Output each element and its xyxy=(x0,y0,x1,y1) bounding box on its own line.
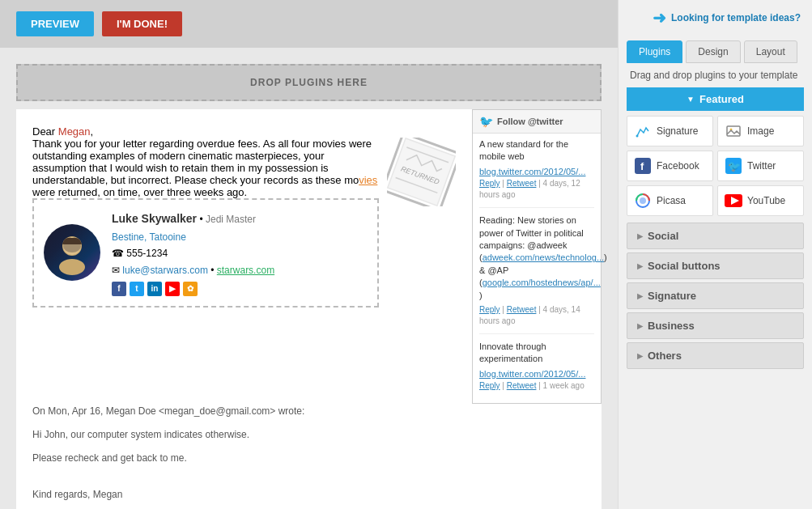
movies-link[interactable]: vies xyxy=(359,174,377,186)
tw-icon[interactable]: t xyxy=(130,282,144,296)
section-social-label: Social xyxy=(648,230,678,242)
twitter-widget-header: 🐦 Follow @twitter xyxy=(473,110,601,134)
facebook-icon: f xyxy=(634,157,652,175)
footer-quote4: Kind regards, Megan xyxy=(32,487,585,503)
section-social-buttons-header[interactable]: ▶ Social buttons xyxy=(627,253,803,278)
tab-plugins[interactable]: Plugins xyxy=(627,40,682,63)
svg-text:f: f xyxy=(640,160,644,172)
plugin-youtube-label: YouTube xyxy=(747,195,785,206)
image-icon xyxy=(725,122,742,140)
svg-text:🐦: 🐦 xyxy=(728,159,742,173)
section-signature-header[interactable]: ▶ Signature xyxy=(627,283,803,308)
tweet-3-link[interactable]: blog.twitter.com/2012/05/... xyxy=(479,369,585,379)
sig-social-icons: f t in ▶ ✿ xyxy=(112,282,274,296)
plugin-picasa[interactable]: Picasa xyxy=(627,185,713,216)
preview-button[interactable]: PREVIEW xyxy=(16,11,94,36)
tweet-3-text: Innovate through experimentation xyxy=(479,341,594,366)
plugins-panel: ▼ Featured Signature xyxy=(619,87,812,380)
sig-website[interactable]: starwars.com xyxy=(217,265,274,276)
tweet-2-retweet[interactable]: Retweet xyxy=(507,305,537,314)
tweet-2-reply[interactable]: Reply xyxy=(479,305,500,314)
tweet-2-text: Reading: New stories on power of Twitter… xyxy=(479,214,594,302)
tab-design[interactable]: Design xyxy=(686,40,740,63)
email-footer: On Mon, Apr 16, Megan Doe <megan_doe@gma… xyxy=(16,404,602,509)
footer-quote2: Please recheck and get back to me. xyxy=(32,451,585,466)
youtube-icon xyxy=(725,192,742,210)
li-icon[interactable]: in xyxy=(147,282,162,296)
section-signature-label: Signature xyxy=(648,290,696,302)
avatar-image xyxy=(48,228,96,277)
tweet-2-link2[interactable]: google.com/hostednews/ap/... xyxy=(483,278,601,287)
email-content-row: Dear Megan, RETURNED xyxy=(16,109,602,404)
featured-label: Featured xyxy=(699,93,744,105)
tweet-1-text: A new standard for the mobile web xyxy=(479,138,594,163)
email-greeting: Dear Megan, xyxy=(32,125,456,138)
done-button[interactable]: I'M DONE! xyxy=(102,11,182,36)
svg-point-6 xyxy=(59,259,85,275)
sun-icon[interactable]: ✿ xyxy=(183,282,198,296)
featured-section-header[interactable]: ▼ Featured xyxy=(627,87,804,111)
sig-bullet: • xyxy=(199,214,206,225)
tweet-1-link[interactable]: blog.twitter.com/2012/05/... xyxy=(479,167,585,176)
email-left-col: Dear Megan, RETURNED xyxy=(16,109,472,404)
section-business-header[interactable]: ▶ Business xyxy=(627,313,803,338)
section-others: ▶ Others xyxy=(627,342,804,369)
tweet-3-retweet[interactable]: Retweet xyxy=(507,381,537,390)
business-arrow-icon: ▶ xyxy=(637,322,643,330)
sig-title: Jedi Master xyxy=(206,214,256,225)
fb-icon[interactable]: f xyxy=(112,282,126,296)
sidebar-tabs: Plugins Design Layout xyxy=(619,36,812,63)
twitter-widget-container: 🐦 Follow @twitter A new standard for the… xyxy=(472,109,602,404)
signature-section-arrow-icon: ▶ xyxy=(637,292,643,300)
yt-icon[interactable]: ▶ xyxy=(165,282,180,296)
tweet-1-retweet[interactable]: Retweet xyxy=(507,179,537,188)
sig-email[interactable]: luke@starwars.com xyxy=(122,265,208,276)
plugin-image-label: Image xyxy=(747,125,774,137)
plugins-grid: Signature Image f xyxy=(627,116,804,216)
plugin-twitter[interactable]: 🐦 Twitter xyxy=(717,151,804,181)
social-buttons-arrow-icon: ▶ xyxy=(637,262,643,270)
sig-sep: • xyxy=(210,265,217,276)
section-others-header[interactable]: ▶ Others xyxy=(627,343,803,368)
tab-layout[interactable]: Layout xyxy=(744,40,797,63)
svg-point-9 xyxy=(636,135,639,138)
section-business: ▶ Business xyxy=(627,312,804,339)
section-social: ▶ Social xyxy=(627,223,804,249)
plugin-image[interactable]: Image xyxy=(717,116,804,146)
plugin-twitter-label: Twitter xyxy=(747,160,776,172)
footer-line1: On Mon, Apr 16, Megan Doe <megan_doe@gma… xyxy=(32,404,585,419)
social-arrow-icon: ▶ xyxy=(637,232,643,240)
plugin-youtube[interactable]: YouTube xyxy=(717,185,804,216)
sig-address[interactable]: Bestine, Tatooine xyxy=(112,231,186,243)
plugin-signature[interactable]: Signature xyxy=(627,116,713,146)
plugin-signature-label: Signature xyxy=(657,125,698,137)
tweet-3-actions: Reply | Retweet | 1 week ago xyxy=(479,380,594,392)
picasa-icon xyxy=(634,192,652,210)
section-social-buttons-label: Social buttons xyxy=(648,260,721,272)
greeting-name: Megan xyxy=(58,125,91,138)
sig-info: Luke Skywalker • Jedi Master Bestine, Ta… xyxy=(112,210,274,296)
plugin-facebook[interactable]: f Facebook xyxy=(627,151,713,181)
tweet-1-reply[interactable]: Reply xyxy=(479,179,500,188)
signature-block: Luke Skywalker • Jedi Master Bestine, Ta… xyxy=(32,198,379,308)
template-hint: ➜ Looking for template ideas? xyxy=(619,0,812,36)
footer-quote1: Hi John, our computer system indicates o… xyxy=(32,427,585,443)
tweet-3-reply[interactable]: Reply xyxy=(479,381,500,390)
tweet-3: Innovate through experimentation blog.tw… xyxy=(479,341,594,398)
section-others-label: Others xyxy=(648,350,682,362)
section-social-header[interactable]: ▶ Social xyxy=(627,223,803,248)
toolbar: PREVIEW I'M DONE! xyxy=(0,0,618,48)
tweet-2: Reading: New stories on power of Twitter… xyxy=(479,214,594,334)
stamp-svg: RETURNED xyxy=(387,138,456,206)
section-business-label: Business xyxy=(648,320,695,332)
sig-phone: 555-1234 xyxy=(126,248,168,259)
twitter-feed: A new standard for the mobile web blog.t… xyxy=(473,134,601,403)
drag-hint: Drag and drop plugins to your template xyxy=(619,63,812,87)
body-text-wrap: RETURNED Thank you for your letter regar… xyxy=(32,138,456,198)
svg-point-17 xyxy=(640,197,646,204)
drop-zone-top[interactable]: DROP PLUGINS HERE xyxy=(16,64,602,101)
plugin-picasa-label: Picasa xyxy=(657,195,686,206)
tweet-2-link1[interactable]: adweek.com/news/technolog... xyxy=(483,252,604,262)
section-signature: ▶ Signature xyxy=(627,282,804,309)
twitter-plugin-icon: 🐦 xyxy=(725,157,742,175)
